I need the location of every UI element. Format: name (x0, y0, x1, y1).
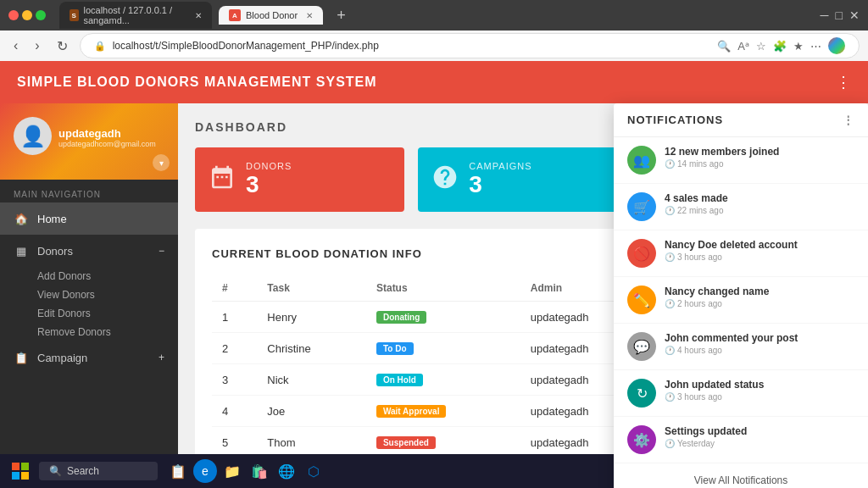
col-status: Status (366, 275, 520, 302)
forward-button[interactable]: › (30, 36, 44, 55)
nav-label: MAIN NAVIGATION (0, 180, 178, 202)
notification-icon: ⚙️ (627, 425, 656, 454)
profile-icon[interactable] (828, 37, 845, 54)
cell-task: Nick (257, 364, 366, 396)
blood-tab-icon: A (229, 9, 241, 21)
new-tab-button[interactable]: + (330, 7, 353, 25)
clock-icon: 🕐 (665, 159, 675, 169)
cell-num: 4 (212, 396, 257, 427)
clock-icon: 🕐 (665, 299, 675, 308)
notification-time: 🕐 3 hours ago (665, 392, 854, 402)
app-header: SIMPLE BLOOD DONORS MANAGEMENT SYSTEM ⋮ (0, 61, 868, 103)
notification-icon: 💬 (627, 332, 656, 361)
notifications-title: NOTIFICATIONS (627, 114, 723, 126)
view-all-notifications-link[interactable]: View All Notifications (694, 474, 788, 486)
notification-icon: 👥 (627, 146, 656, 175)
vscode-icon[interactable]: ⬡ (302, 459, 326, 483)
store-icon[interactable]: 🛍️ (248, 459, 271, 483)
reload-button[interactable]: ↻ (52, 36, 73, 56)
stat-card-donors: DONORS 3 (195, 147, 404, 212)
clock-icon: 🕐 (665, 439, 675, 448)
home-icon: 🏠 (14, 211, 29, 226)
sidebar-item-donors[interactable]: ▦ Donors − (0, 235, 178, 267)
campaigns-stat-label: CAMPAIGNS (469, 161, 531, 171)
notification-title: John commented your post (665, 332, 854, 344)
notification-time: 🕐 22 mins ago (665, 206, 854, 215)
table-title: CURRENT BLOOD DONATION INFO (212, 247, 422, 260)
maximize-button[interactable] (36, 10, 46, 20)
start-button[interactable] (7, 458, 34, 485)
files-icon[interactable]: 📁 (220, 459, 244, 483)
taskbar-search[interactable]: 🔍 Search (39, 462, 158, 480)
minimize-button[interactable] (22, 10, 32, 20)
minimize-icon[interactable]: ─ (821, 8, 829, 22)
user-name: updategadh (58, 127, 156, 140)
cell-num: 5 (212, 427, 257, 455)
edge-icon[interactable]: e (193, 459, 217, 483)
sidebar-item-campaign[interactable]: 📋 Campaign + (0, 341, 178, 374)
restore-icon[interactable]: □ (836, 8, 843, 22)
notification-icon: 🛒 (627, 192, 656, 221)
notifications-dots-icon[interactable]: ⋮ (843, 114, 854, 126)
browser-titlebar: S localhost / 127.0.0.1 / sangamd... ✕ A… (0, 0, 868, 30)
sidebar-item-campaign-label: Campaign (37, 352, 87, 364)
donors-stat-value: 3 (246, 171, 292, 198)
browser-tab-sangam[interactable]: S localhost / 127.0.0.1 / sangamd... ✕ (59, 2, 212, 29)
window-controls (8, 10, 46, 20)
cell-task: Henry (257, 302, 366, 333)
svg-rect-3 (21, 472, 29, 480)
stat-card-campaigns: CAMPAIGNS 3 (418, 147, 627, 212)
status-badge: Donating (376, 311, 426, 324)
chrome-icon[interactable]: 🌐 (275, 459, 298, 483)
back-button[interactable]: ‹ (8, 36, 23, 55)
user-section: 👤 updategadh updategadhcom@gmail.com ▾ (0, 103, 178, 180)
notification-title: Nancy changed name (665, 286, 854, 297)
taskview-icon[interactable]: 📋 (166, 459, 190, 483)
notification-text: 12 new members joined 🕐 14 mins ago (665, 146, 854, 169)
sidebar-item-home[interactable]: 🏠 Home (0, 202, 178, 235)
donors-stat-icon (209, 164, 236, 197)
search-icon[interactable]: 🔍 (717, 40, 731, 53)
browser-chrome: S localhost / 127.0.0.1 / sangamd... ✕ A… (0, 0, 868, 61)
url-bar[interactable]: 🔒 localhost/t/SimpleBloodDonorManagement… (80, 33, 860, 58)
tab-close-blood[interactable]: ✕ (306, 11, 313, 20)
search-label: Search (67, 465, 99, 477)
extensions-icon[interactable]: 🧩 (773, 40, 787, 53)
sidebar-sub-remove-donors[interactable]: Remove Donors (0, 323, 178, 341)
header-dots-icon[interactable]: ⋮ (836, 73, 851, 92)
donors-icon: ▦ (14, 243, 29, 258)
notification-text: John updated status 🕐 3 hours ago (665, 379, 854, 402)
notification-item: ↻ John updated status 🕐 3 hours ago (614, 370, 868, 417)
sidebar-sub-edit-donors[interactable]: Edit Donors (0, 304, 178, 323)
browser-tab-blooddonor[interactable]: A Blood Donor ✕ (219, 6, 323, 25)
close-button[interactable] (8, 10, 19, 20)
favorites-icon[interactable]: ★ (793, 40, 804, 53)
svg-rect-1 (21, 463, 29, 470)
notification-icon: 🚫 (627, 239, 656, 268)
user-chevron-icon[interactable]: ▾ (153, 154, 170, 171)
sangam-tab-icon: S (70, 9, 79, 21)
notification-title: John updated status (665, 379, 854, 391)
more-icon[interactable]: ⋯ (810, 40, 821, 53)
notification-time: 🕐 14 mins ago (665, 159, 854, 169)
notification-time: 🕐 2 hours ago (665, 299, 854, 308)
cell-task: Thom (257, 427, 366, 455)
tab-close-sangam[interactable]: ✕ (195, 11, 202, 20)
lock-icon: 🔒 (94, 41, 106, 52)
notification-text: John commented your post 🕐 4 hours ago (665, 332, 854, 355)
sidebar-sub-add-donors[interactable]: Add Donors (0, 267, 178, 286)
notification-time: 🕐 4 hours ago (665, 346, 854, 355)
cell-task: Christine (257, 333, 366, 364)
svg-rect-2 (12, 472, 19, 480)
clock-icon: 🕐 (665, 252, 675, 262)
close-window-icon[interactable]: ✕ (849, 8, 860, 22)
notification-title: 4 sales made (665, 192, 854, 204)
reader-icon[interactable]: Aᵃ (737, 40, 749, 53)
sidebar-sub-view-donors[interactable]: View Donors (0, 286, 178, 304)
cell-num: 3 (212, 364, 257, 396)
user-email: updategadhcom@gmail.com (58, 140, 156, 148)
notification-time: 🕐 3 hours ago (665, 252, 854, 262)
bookmark-icon[interactable]: ☆ (756, 40, 766, 53)
cell-num: 1 (212, 302, 257, 333)
campaigns-stat-value: 3 (469, 171, 531, 198)
